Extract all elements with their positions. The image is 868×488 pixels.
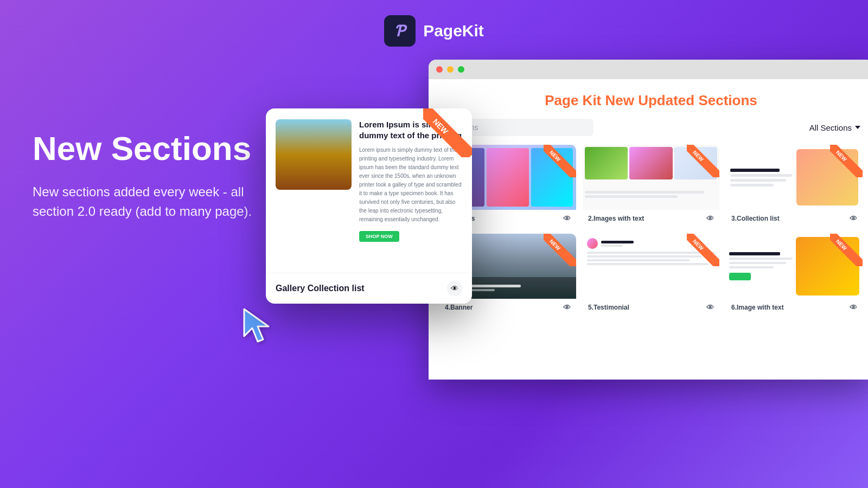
svg-marker-0 (244, 309, 269, 342)
left-panel: New Sections New sections added every we… (33, 130, 260, 221)
card-label-5: 5.Testimonial (588, 304, 629, 311)
title-black: Page Kit New (545, 92, 638, 108)
eye-icon-4[interactable]: 👁 (563, 303, 571, 312)
front-card-new-ribbon (423, 108, 472, 157)
section-card-footer-5: 5.Testimonial 👁 (583, 299, 719, 316)
logo-icon: Ƥ (395, 22, 405, 40)
card-label-3: 3.Collection list (731, 215, 780, 222)
section-card-footer-6: 6.Image with text 👁 (726, 299, 863, 316)
eye-icon-2[interactable]: 👁 (706, 214, 714, 223)
browser-maximize-dot (458, 66, 464, 73)
front-card-footer: Gallery Collection list 👁 (266, 273, 472, 304)
all-sections-dropdown[interactable]: All Sections (809, 123, 860, 132)
eye-icon-1[interactable]: 👁 (563, 214, 571, 223)
brand-name: PageKit (423, 22, 484, 40)
browser-close-dot (436, 66, 443, 73)
title-orange: Updated Sections (638, 92, 757, 108)
front-card-body-text: Lorem ipsum is simply dummy text of the … (359, 146, 462, 224)
section-card-5[interactable]: 5.Testimonial 👁 (583, 234, 719, 316)
browser-window-back: Page Kit New Updated Sections sections A… (429, 60, 868, 380)
front-card: Lorem Ipsum is simply dummy text of the … (266, 108, 472, 304)
eye-icon-6[interactable]: 👁 (850, 303, 857, 312)
new-ribbon-4 (544, 234, 576, 266)
section-card-footer-2: 2.Images with text 👁 (583, 210, 719, 227)
browser-minimize-dot (447, 66, 454, 73)
new-ribbon-3 (830, 145, 863, 177)
card-label-6: 6.Image with text (731, 304, 784, 311)
front-card-image (276, 119, 352, 190)
filter-label: All Sections (809, 123, 852, 132)
card-label-4: 4.Banner (445, 304, 473, 311)
main-description: New sections added every week - all sect… (33, 182, 260, 221)
section-card-3[interactable]: 3.Collection list 👁 (726, 145, 863, 227)
section-card-footer-3: 3.Collection list 👁 (726, 210, 863, 227)
dropdown-arrow-icon (855, 126, 860, 129)
front-card-title: Gallery Collection list (276, 284, 365, 293)
new-ribbon-1 (544, 145, 576, 177)
new-ribbon-2 (687, 145, 719, 177)
page-kit-title: Page Kit New Updated Sections (439, 92, 863, 109)
eye-icon-5[interactable]: 👁 (706, 303, 714, 312)
browser-content: Page Kit New Updated Sections sections A… (429, 79, 868, 380)
front-card-eye-button[interactable]: 👁 (447, 281, 462, 296)
card-label-2: 2.Images with text (588, 215, 644, 222)
new-ribbon-5 (687, 234, 719, 266)
main-title: New Sections (33, 130, 260, 167)
sections-grid: 1.Themes 👁 2.Images with text (439, 145, 863, 316)
browser-bar (429, 60, 868, 79)
section-card-2[interactable]: 2.Images with text 👁 (583, 145, 719, 227)
header: Ƥ PageKit (0, 0, 868, 57)
section-card-6[interactable]: 6.Image with text 👁 (726, 234, 863, 316)
new-ribbon-6 (830, 234, 863, 266)
logo-box: Ƥ (384, 15, 416, 47)
eye-icon-3[interactable]: 👁 (850, 214, 857, 223)
shop-now-button[interactable]: SHOP NOW (359, 231, 399, 242)
search-filter-row: sections All Sections (439, 119, 863, 136)
